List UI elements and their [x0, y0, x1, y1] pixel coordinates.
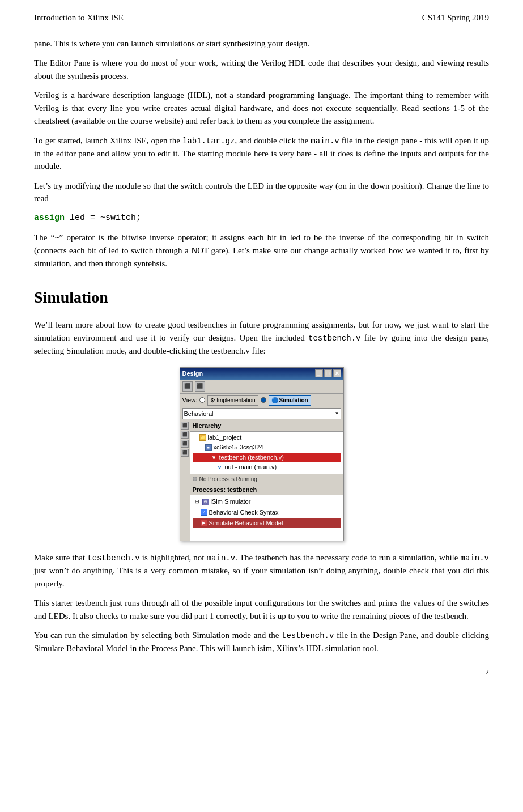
paragraph-5: Let’s try modifying the module so that t… — [34, 180, 489, 205]
check-icon: ? — [201, 509, 207, 516]
titlebar-buttons[interactable]: _ □ ✕ — [315, 369, 341, 377]
processes-header: Processes: testbench — [190, 484, 343, 496]
folder-icon: 📁 — [199, 434, 206, 441]
impl-radio[interactable] — [199, 397, 205, 403]
paragraph-2: The Editor Pane is where you do most of … — [34, 57, 489, 82]
para8-code1: testbench.v — [87, 554, 139, 563]
para4-code1: lab1.tar.gz — [182, 137, 235, 146]
proc-label-isim: iSim Simulator — [211, 496, 251, 507]
para4-text2: , and double click the — [235, 136, 311, 145]
proc-label-check: Behavioral Check Syntax — [209, 507, 279, 518]
view-row: View: ⚙ Implementation 🔵 Simulation — [180, 394, 343, 407]
para10-code: testbench.v — [282, 631, 334, 640]
tree-label-testbench: testbench (testbench.v) — [219, 453, 284, 463]
sim-icon: 🔵 — [271, 396, 278, 405]
collapse-icon: ⊟ — [195, 498, 199, 506]
chip-icon: ■ — [205, 444, 212, 451]
para6-pre: The “ — [34, 233, 54, 242]
para10-pre: You can run the simulation by selecting … — [34, 631, 282, 640]
tree-label-chip: xc6slx45-3csg324 — [214, 443, 263, 453]
tree-item-chip[interactable]: ■ xc6slx45-3csg324 — [193, 443, 341, 453]
processes-tree: ⊟ ⚙ iSim Simulator ? Behavioral Check Sy… — [190, 495, 343, 529]
tree-item-testbench[interactable]: v testbench (testbench.v) — [193, 453, 341, 463]
simulation-section-title: Simulation — [34, 286, 489, 309]
impl-button[interactable]: ⚙ Implementation — [207, 395, 258, 406]
paragraph-1: pane. This is where you can launch simul… — [34, 37, 489, 50]
run-icon: ▶ — [201, 520, 207, 526]
para8-code2: main.v — [207, 554, 235, 563]
paragraph-4: To get started, launch Xilinx ISE, open … — [34, 134, 489, 173]
para4-code2: main.v — [311, 137, 339, 146]
para8-pre: Make sure that — [34, 553, 87, 562]
vfile-icon-main: v — [216, 464, 223, 471]
view-label: View: — [182, 396, 198, 405]
screenshot-title: Design — [182, 369, 203, 379]
para6-post: ” operator is the bitwise inverse operat… — [34, 233, 489, 268]
sim-radio[interactable] — [261, 397, 266, 403]
main-panel: Hierarchy 📁 lab1_project ■ xc6slx45-3csg… — [190, 420, 343, 541]
para8-post: . The testbench has the necessary code t… — [235, 553, 460, 562]
screenshot: Design _ □ ✕ ⬛ ⬛ View: ⚙ Implementation … — [180, 367, 344, 541]
sidebar-icon-4[interactable]: ⬛ — [181, 449, 189, 457]
gear-icon: ⚙ — [202, 499, 209, 505]
sim-button[interactable]: 🔵 Simulation — [269, 395, 311, 406]
sidebar-icon-2[interactable]: ⬛ — [181, 431, 189, 439]
sidebar-icon-1[interactable]: ⬛ — [181, 422, 189, 430]
header-left: Introduction to Xilinx ISE — [34, 11, 124, 24]
tree-label-project: lab1_project — [208, 433, 242, 443]
vfile-icon-testbench: v — [211, 454, 218, 461]
header-right: CS141 Spring 2019 — [422, 11, 489, 24]
paragraph-7: We’ll learn more about how to create goo… — [34, 318, 489, 357]
minimize-button[interactable]: _ — [315, 369, 323, 377]
impl-label: Implementation — [216, 396, 255, 405]
paragraph-3: Verilog is a hardware description langua… — [34, 89, 489, 127]
code-block-assign: assign led = ~switch; — [34, 212, 489, 225]
toolbar-icon-2[interactable]: ⬛ — [195, 381, 205, 392]
page-number: 2 — [34, 666, 489, 678]
para6-tilde: ~ — [54, 233, 59, 243]
code-rest: led = ~switch; — [70, 213, 141, 223]
dropdown-row: Behavioral ▼ — [180, 407, 343, 421]
restore-button[interactable]: □ — [324, 369, 332, 377]
paragraph-6: The “~” operator is the bitwise inverse … — [34, 231, 489, 270]
proc-item-isim[interactable]: ⊟ ⚙ iSim Simulator — [193, 496, 341, 507]
para8-code3: main.v — [461, 554, 489, 563]
sidebar-icon-3[interactable]: ⬛ — [181, 440, 189, 448]
tree-item-main[interactable]: v uut - main (main.v) — [193, 462, 341, 473]
screenshot-titlebar: Design _ □ ✕ — [180, 368, 343, 380]
dropdown-value: Behavioral — [184, 409, 214, 419]
para4-text1: To get started, launch Xilinx ISE, open … — [34, 136, 182, 145]
page-header: Introduction to Xilinx ISE CS141 Spring … — [34, 11, 489, 27]
para7-code: testbench.v — [308, 334, 360, 343]
para8-post2: just won’t do anything. This is a very c… — [34, 566, 489, 588]
sidebar-icons: ⬛ ⬛ ⬛ ⬛ — [180, 420, 190, 541]
tree-label-main: uut - main (main.v) — [225, 462, 277, 473]
proc-item-simulate[interactable]: ▶ Simulate Behavioral Model — [193, 518, 341, 529]
bottom-padding — [190, 529, 343, 541]
sim-label: Simulation — [279, 396, 308, 405]
status-dot — [193, 477, 197, 481]
status-bar: No Processes Running — [190, 474, 343, 484]
page: Introduction to Xilinx ISE CS141 Spring … — [0, 0, 523, 700]
code-keyword: assign — [34, 213, 65, 223]
screenshot-toolbar: ⬛ ⬛ — [180, 380, 343, 394]
paragraph-10: You can run the simulation by selecting … — [34, 629, 489, 655]
behavioral-dropdown[interactable]: Behavioral ▼ — [182, 408, 341, 420]
tree-item-project[interactable]: 📁 lab1_project — [193, 433, 341, 443]
toolbar-icon-1[interactable]: ⬛ — [182, 381, 193, 392]
dropdown-arrow-icon: ▼ — [335, 410, 339, 417]
close-button[interactable]: ✕ — [333, 369, 341, 377]
impl-icon: ⚙ — [210, 396, 215, 405]
paragraph-8: Make sure that testbench.v is highlighte… — [34, 551, 489, 590]
content-area: ⬛ ⬛ ⬛ ⬛ Hierarchy 📁 lab1_project — [180, 420, 343, 541]
hierarchy-header: Hierarchy — [190, 420, 343, 432]
para8-mid: is highlighted, not — [140, 553, 207, 562]
proc-label-simulate: Simulate Behavioral Model — [209, 518, 283, 529]
status-text: No Processes Running — [199, 475, 257, 483]
paragraph-9: This starter testbench just runs through… — [34, 597, 489, 622]
hierarchy-tree: 📁 lab1_project ■ xc6slx45-3csg324 v test… — [190, 432, 343, 474]
proc-item-check-syntax[interactable]: ? Behavioral Check Syntax — [193, 507, 341, 518]
